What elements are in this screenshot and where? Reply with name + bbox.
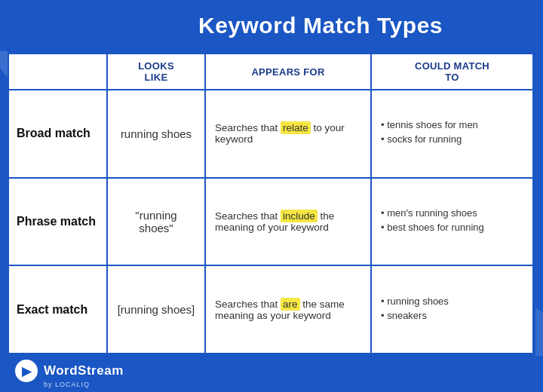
row-type-label: Broad match: [9, 90, 107, 178]
table-row: Exact match[running shoes]Searches that …: [9, 265, 533, 354]
row-type-label: Exact match: [9, 265, 107, 354]
row-appears-for: Searches that relate to your keyword: [205, 90, 371, 178]
highlight-word: are: [281, 298, 300, 311]
page-title: Keyword Match Types: [198, 13, 443, 38]
row-type-label: Phrase match: [9, 178, 107, 266]
highlight-word: relate: [281, 121, 311, 134]
col-header-could-match: COULD MATCHTO: [371, 54, 533, 90]
table-row: Broad matchrunning shoesSearches that re…: [9, 90, 533, 178]
row-could-match: men's running shoesbest shoes for runnin…: [371, 178, 533, 266]
list-item: sneakers: [381, 310, 523, 321]
ws-circle: ▶: [15, 360, 38, 382]
brand-sub: by LOCALIQ: [44, 381, 90, 388]
row-could-match: running shoessneakers: [371, 265, 533, 354]
table-wrapper: LOOKSLIKE APPEARS FOR COULD MATCHTO Broa…: [8, 51, 535, 356]
list-item: running shoes: [381, 296, 523, 307]
row-appears-for: Searches that are the same meaning as yo…: [205, 265, 371, 354]
col-header-looks-like: LOOKSLIKE: [107, 54, 205, 90]
ws-icon: ▶ WordStream: [15, 360, 124, 382]
row-appears-for: Searches that include the meaning of you…: [205, 178, 371, 266]
row-could-match: tennis shoes for mensocks for running: [371, 90, 533, 178]
wordstream-logo: ▶ WordStream by LOCALIQ: [15, 360, 124, 388]
keyword-table: LOOKSLIKE APPEARS FOR COULD MATCHTO Broa…: [9, 53, 534, 354]
list-item: men's running shoes: [381, 207, 523, 219]
col-header-type: [9, 54, 107, 90]
table-row: Phrase match"running shoes"Searches that…: [9, 178, 533, 266]
row-looks-like: "running shoes": [107, 178, 205, 266]
col-header-appears-for: APPEARS FOR: [205, 54, 371, 90]
row-looks-like: running shoes: [107, 90, 205, 178]
bottom-bar: ▶ WordStream by LOCALIQ: [0, 356, 543, 392]
list-item: tennis shoes for men: [381, 119, 523, 130]
list-item: best shoes for running: [381, 222, 523, 233]
row-looks-like: [running shoes]: [107, 265, 205, 354]
highlight-word: include: [281, 210, 318, 222]
main-container: Keyword Match Types LOOKSLIKE APPEARS FO…: [0, 0, 543, 392]
list-item: socks for running: [381, 133, 523, 145]
title-bar: Keyword Match Types: [0, 0, 543, 51]
brand-name: WordStream: [44, 363, 124, 378]
ws-arrow-icon: ▶: [22, 364, 31, 378]
